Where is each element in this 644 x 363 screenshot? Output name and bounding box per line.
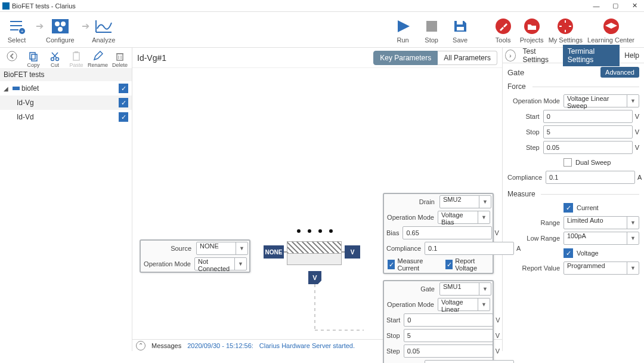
svg-point-8 — [58, 27, 63, 32]
ribbon-analyze[interactable]: Analyze — [92, 16, 116, 44]
cut-button[interactable]: Cut — [44, 50, 66, 68]
checkbox-unchecked — [564, 158, 572, 167]
app-icon — [2, 2, 10, 10]
scissors-icon — [49, 50, 60, 62]
drain-bias-input[interactable] — [402, 226, 492, 239]
drain-opmode-select[interactable]: Voltage Bias▼ — [438, 211, 490, 224]
center-pane: Id-Vg#1 Key Parameters All Parameters So… — [132, 48, 502, 351]
window-minimize[interactable]: — — [587, 0, 606, 12]
messages-label: Messages — [151, 342, 181, 349]
svg-rect-10 — [426, 21, 437, 32]
ribbon-run[interactable]: Run — [391, 16, 415, 44]
checkbox-checked[interactable]: ✓ — [119, 112, 128, 122]
gate-step-input[interactable] — [404, 344, 493, 358]
force-step-input[interactable] — [543, 141, 633, 154]
source-opmode-select[interactable]: Not Connected▼ — [194, 257, 247, 270]
ribbon-save[interactable]: Save — [448, 16, 472, 44]
ribbon-learning-center[interactable]: Learning Center — [587, 16, 634, 44]
schematic-canvas[interactable]: Source NONE▼ Operation Mode Not Connecte… — [132, 68, 502, 339]
drain-compliance-input[interactable] — [425, 242, 514, 255]
label: Run — [397, 36, 409, 44]
ribbon-select[interactable]: + Select — [5, 16, 29, 44]
gear-icon — [553, 16, 577, 36]
save-icon — [448, 16, 472, 36]
label: Copy — [27, 62, 39, 68]
advanced-button[interactable]: Advanced — [600, 67, 639, 78]
project-tree: ◢ biofet ✓ Id-Vg ✓ Id-Vd ✓ — [0, 81, 132, 124]
force-start-input[interactable] — [543, 110, 633, 123]
svg-text:+: + — [21, 29, 24, 34]
source-smu-select[interactable]: NONE▼ — [196, 242, 248, 255]
copy-button[interactable]: Copy — [23, 50, 44, 68]
svg-rect-25 — [32, 54, 37, 61]
svg-rect-31 — [75, 51, 78, 53]
tab-help[interactable]: Help — [620, 49, 644, 62]
gate-compliance-input[interactable] — [425, 360, 514, 363]
label: Delete — [112, 62, 128, 68]
pencil-icon — [92, 50, 103, 62]
trash-icon — [114, 50, 125, 62]
expand-icon[interactable]: ⌃ — [136, 341, 145, 350]
delete-button[interactable]: Delete — [109, 50, 131, 68]
left-toolbar: Copy Cut Paste Rename Delete — [0, 48, 132, 68]
tree-root-label: biofet — [21, 84, 119, 93]
tree-item-idvg[interactable]: Id-Vg ✓ — [0, 96, 132, 110]
window-close[interactable]: ✕ — [625, 0, 644, 12]
drain-report-voltage[interactable]: ✓Report Voltage — [445, 257, 489, 272]
tab-key-parameters[interactable]: Key Parameters — [373, 51, 438, 65]
ribbon-stop[interactable]: Stop — [420, 16, 444, 44]
measure-voltage-check[interactable]: ✓Voltage — [507, 246, 639, 260]
right-tabs: › Test Settings Terminal Settings Help — [503, 48, 644, 63]
drain-smu-select[interactable]: SMU2▼ — [439, 195, 491, 208]
terminal-box-drain[interactable]: Drain SMU2▼ Operation ModeVoltage Bias▼ … — [383, 193, 494, 274]
ribbon-configure[interactable]: Configure — [46, 16, 75, 44]
gate-smu-select[interactable]: SMU1▼ — [439, 282, 491, 296]
tree-item-idvd[interactable]: Id-Vd ✓ — [0, 110, 132, 124]
window-title: BioFET tests - Clarius — [12, 2, 76, 10]
collapse-icon[interactable]: › — [505, 50, 516, 61]
ribbon-tools[interactable]: Tools — [491, 16, 515, 44]
collapse-icon[interactable]: ◢ — [4, 85, 11, 92]
label: Projects — [520, 36, 544, 44]
svg-point-23 — [7, 51, 17, 61]
measure-lowrange-select[interactable]: 100pA▼ — [564, 232, 639, 245]
label: Rename — [88, 62, 108, 68]
window-maximize[interactable]: ▢ — [606, 0, 625, 12]
measure-current-check[interactable]: ✓Current — [507, 201, 639, 215]
terminal-box-gate[interactable]: Gate SMU1▼ Operation ModeVoltage Linear … — [383, 280, 494, 363]
force-opmode-select[interactable]: Voltage Linear Sweep▼ — [564, 94, 639, 107]
stop-icon — [420, 16, 444, 36]
gate-start-input[interactable] — [404, 313, 493, 327]
panel-title: Gate — [507, 68, 600, 77]
drain-measure-current[interactable]: ✓Measure Current — [388, 257, 436, 272]
tree-root[interactable]: ◢ biofet ✓ — [0, 81, 132, 96]
back-button[interactable] — [1, 50, 23, 62]
rename-button[interactable]: Rename — [87, 50, 109, 68]
label: Paste — [69, 62, 83, 68]
ribbon-my-settings[interactable]: My Settings — [549, 16, 583, 44]
svg-rect-12 — [457, 27, 464, 30]
measure-range-select[interactable]: Limited Auto▼ — [564, 216, 639, 229]
paste-button: Paste — [66, 50, 87, 68]
force-stop-input[interactable] — [543, 125, 633, 139]
chevron-down-icon: ▼ — [234, 258, 246, 270]
svg-point-7 — [61, 21, 66, 26]
device-icon — [11, 85, 21, 92]
terminal-box-source[interactable]: Source NONE▼ Operation Mode Not Connecte… — [140, 239, 250, 273]
force-compliance-input[interactable] — [546, 171, 635, 184]
play-icon — [391, 16, 415, 36]
label: Tools — [496, 36, 511, 44]
label: Learning Center — [587, 36, 634, 44]
list-add-icon: + — [5, 16, 29, 36]
dual-sweep-check[interactable]: Dual Sweep — [507, 155, 639, 170]
ribbon-projects[interactable]: Projects — [520, 16, 544, 44]
checkbox-checked[interactable]: ✓ — [119, 84, 128, 93]
gate-opmode-select[interactable]: Voltage Linear Sweep▼ — [438, 298, 490, 311]
tab-all-parameters[interactable]: All Parameters — [438, 51, 497, 65]
left-pane: Copy Cut Paste Rename Delete BioFET test… — [0, 48, 132, 351]
measure-reportvalue-select[interactable]: Programmed▼ — [564, 262, 639, 275]
gate-stop-input[interactable] — [404, 329, 493, 342]
label: My Settings — [549, 36, 583, 44]
checkbox-checked[interactable]: ✓ — [119, 98, 128, 107]
label: Analyze — [92, 36, 115, 44]
